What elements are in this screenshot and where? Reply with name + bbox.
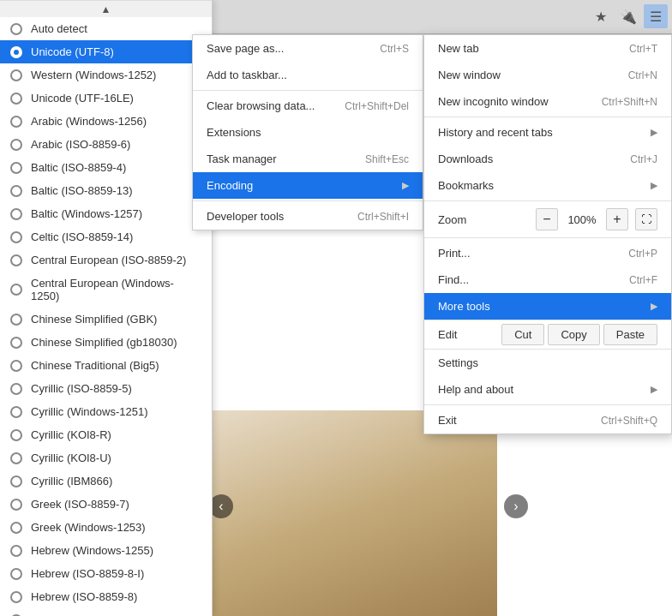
menu-item-history-label: History and recent tabs [438,126,553,139]
menu-separator-2 [424,200,671,201]
encoding-item-cyrillic-8859-5[interactable]: Cyrillic (ISO-8859-5) [0,377,212,400]
encoding-item-central-8859-2[interactable]: Central European (ISO-8859-2) [0,248,212,272]
utf16le-label: Unicode (UTF-16LE) [31,92,134,105]
content-image [206,410,497,616]
submenu-separator-1 [193,90,423,91]
zoom-fullscreen-btn[interactable]: ⛶ [635,208,657,230]
menu-item-print-label: Print... [438,247,471,260]
encoding-item-chinese-big5[interactable]: Chinese Traditional (Big5) [0,354,212,377]
encoding-item-greek-8859-7[interactable]: Greek (ISO-8859-7) [0,493,212,516]
star-icon[interactable]: ★ [589,4,613,28]
extension-icon[interactable]: 🔌 [616,4,640,28]
menu-item-downloads[interactable]: Downloads Ctrl+J [424,146,671,172]
cyrillic-ibm866-label: Cyrillic (IBM866) [31,475,112,487]
encoding-item-hebrew-1255[interactable]: Hebrew (Windows-1255) [0,539,212,562]
submenu-devtools[interactable]: Developer tools Ctrl+Shift+I [193,203,423,230]
encoding-item-arabic-1256[interactable]: Arabic (Windows-1256) [0,110,212,133]
encoding-item-cyrillic-ibm866[interactable]: Cyrillic (IBM866) [0,469,212,493]
edit-label: Edit [438,328,498,341]
submenu-add-taskbar-label: Add to taskbar... [207,69,287,81]
submenu-save-page[interactable]: Save page as... Ctrl+S [193,35,423,62]
submenu-encoding[interactable]: Encoding ▶ [193,172,423,199]
menu-item-downloads-shortcut: Ctrl+J [630,153,657,165]
encoding-item-hebrew-8859-8[interactable]: Hebrew (ISO-8859-8) [0,585,212,608]
arabic-1256-radio [10,116,22,128]
submenu-extensions[interactable]: Extensions [193,119,423,146]
menu-icon[interactable]: ☰ [644,4,668,28]
copy-button[interactable]: Copy [548,324,599,345]
menu-item-history[interactable]: History and recent tabs ▶ [424,119,671,146]
zoom-minus-btn[interactable]: − [536,208,558,230]
baltic-1257-radio [10,208,22,220]
menu-item-settings[interactable]: Settings [424,350,671,376]
menu-item-new-window[interactable]: New window Ctrl+N [424,62,671,88]
paste-button[interactable]: Paste [603,324,657,345]
encoding-item-chinese-gbk[interactable]: Chinese Simplified (GBK) [0,308,212,331]
chinese-big5-label: Chinese Traditional (Big5) [31,359,159,372]
encoding-item-hebrew-8859-8i[interactable]: Hebrew (ISO-8859-8-I) [0,562,212,585]
encoding-item-utf16le[interactable]: Unicode (UTF-16LE) [0,87,212,110]
menu-item-exit[interactable]: Exit Ctrl+Shift+Q [424,407,671,434]
cyrillic-1251-radio [10,406,22,418]
western-radio [10,69,22,81]
zoom-value: 100% [565,213,599,226]
encoding-auto-detect[interactable]: Auto detect [0,17,212,40]
encoding-item-baltic-8859-13[interactable]: Baltic (ISO-8859-13) [0,179,212,202]
menu-item-print-shortcut: Ctrl+P [628,248,657,260]
central-1250-label: Central European (Windows-1250) [31,277,201,302]
menu-item-bookmarks[interactable]: Bookmarks ▶ [424,172,671,199]
encoding-item-cyrillic-koi8r[interactable]: Cyrillic (KOI8-R) [0,423,212,446]
greek-8859-7-radio [10,499,22,511]
menu-item-new-tab[interactable]: New tab Ctrl+T [424,35,671,62]
encoding-item-celtic[interactable]: Celtic (ISO-8859-14) [0,225,212,248]
encoding-item-baltic-1257[interactable]: Baltic (Windows-1257) [0,202,212,225]
central-8859-2-radio [10,254,22,266]
next-arrow[interactable]: › [504,494,528,518]
auto-detect-label: Auto detect [31,22,87,35]
chinese-gb18030-radio [10,337,22,349]
encoding-item-unicode-utf8[interactable]: Unicode (UTF-8) [0,40,212,63]
encoding-item-baltic-8859-4[interactable]: Baltic (ISO-8859-4) [0,156,212,179]
encoding-item-western[interactable]: Western (Windows-1252) [0,63,212,87]
encoding-item-central-1250[interactable]: Central European (Windows-1250) [0,272,212,308]
hebrew-1255-radio [10,545,22,557]
encoding-item-chinese-gb18030[interactable]: Chinese Simplified (gb18030) [0,331,212,354]
menu-item-incognito-shortcut: Ctrl+Shift+N [602,96,657,108]
cut-button[interactable]: Cut [501,324,544,345]
menu-item-incognito[interactable]: New incognito window Ctrl+Shift+N [424,88,671,115]
zoom-plus-btn[interactable]: + [606,208,628,230]
encoding-item-japanese-shiftjis[interactable]: Japanese (Shift_JIS) [0,608,212,616]
submenu-add-taskbar[interactable]: Add to taskbar... [193,62,423,88]
chinese-big5-radio [10,360,22,372]
submenu-save-page-shortcut: Ctrl+S [380,43,409,55]
hebrew-8859-8i-label: Hebrew (ISO-8859-8-I) [31,567,144,580]
menu-item-find[interactable]: Find... Ctrl+F [424,266,671,293]
menu-item-more-tools[interactable]: More tools ▶ [424,293,671,320]
menu-item-help[interactable]: Help and about ▶ [424,376,671,403]
arabic-8859-radio [10,139,22,151]
encoding-item-greek-1253[interactable]: Greek (Windows-1253) [0,516,212,539]
celtic-label: Celtic (ISO-8859-14) [31,230,133,243]
menu-item-new-window-label: New window [438,69,501,81]
zoom-row: Zoom − 100% + ⛶ [424,203,671,236]
menu-item-print[interactable]: Print... Ctrl+P [424,240,671,266]
hebrew-8859-8-radio [10,591,22,603]
encoding-item-cyrillic-koi8u[interactable]: Cyrillic (KOI8-U) [0,446,212,469]
scroll-up-btn[interactable]: ▲ [0,0,212,17]
submenu-task-manager[interactable]: Task manager Shift+Esc [193,146,423,172]
submenu-clear-data[interactable]: Clear browsing data... Ctrl+Shift+Del [193,93,423,119]
chrome-context-menu: New tab Ctrl+T New window Ctrl+N New inc… [423,34,672,434]
menu-item-help-label: Help and about [438,383,513,396]
chinese-gbk-radio [10,314,22,326]
history-arrow-icon: ▶ [651,127,657,138]
menu-item-settings-label: Settings [438,356,478,369]
menu-item-exit-shortcut: Ctrl+Shift+Q [601,415,657,427]
celtic-radio [10,231,22,243]
menu-item-incognito-label: New incognito window [438,95,549,108]
arabic-8859-label: Arabic (ISO-8859-6) [31,138,130,151]
submenu-task-manager-shortcut: Shift+Esc [365,153,409,165]
bookmarks-arrow-icon: ▶ [651,180,657,191]
encoding-item-arabic-8859[interactable]: Arabic (ISO-8859-6) [0,133,212,156]
encoding-item-cyrillic-1251[interactable]: Cyrillic (Windows-1251) [0,400,212,423]
prev-arrow[interactable]: ‹ [209,494,233,518]
